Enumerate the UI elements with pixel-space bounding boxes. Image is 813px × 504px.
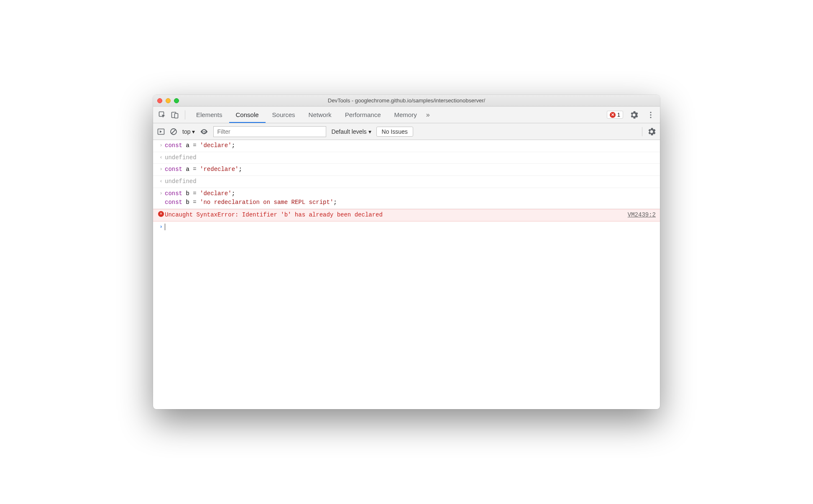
svg-point-3 (650, 112, 651, 113)
minimize-window-button[interactable] (166, 98, 171, 103)
tab-performance[interactable]: Performance (338, 107, 388, 123)
filter-input[interactable] (213, 126, 326, 137)
log-levels-selector[interactable]: Default levels ▾ (331, 128, 371, 135)
source-link[interactable]: VM2439:2 (619, 211, 656, 220)
tab-sources[interactable]: Sources (266, 107, 302, 123)
toggle-sidebar-icon[interactable] (157, 128, 165, 135)
console-settings-icon[interactable] (647, 127, 656, 136)
divider (185, 110, 185, 120)
svg-point-4 (650, 114, 651, 115)
svg-rect-2 (175, 113, 178, 118)
divider (642, 127, 642, 136)
levels-label: Default levels (331, 128, 366, 135)
console-toolbar: top ▾ Default levels ▾ No Issues (153, 123, 660, 140)
svg-line-8 (171, 130, 176, 134)
console-output[interactable]: ›const a = 'declare';‹undefined›const a … (153, 140, 660, 409)
overflow-tabs-icon[interactable]: » (426, 111, 430, 119)
titlebar: DevTools - googlechrome.github.io/sample… (153, 95, 660, 107)
tab-memory[interactable]: Memory (388, 107, 424, 123)
error-count: 1 (617, 112, 620, 118)
svg-point-5 (650, 117, 651, 118)
console-row: ‹undefined (153, 152, 660, 164)
console-prompt[interactable]: › (153, 221, 660, 233)
console-row: ‹undefined (153, 176, 660, 188)
panel-tabbar: ElementsConsoleSourcesNetworkPerformance… (153, 107, 660, 123)
settings-icon[interactable] (628, 109, 640, 121)
context-label: top (182, 128, 190, 135)
console-row: ›const a = 'declare'; (153, 140, 660, 152)
device-toolbar-icon[interactable] (169, 109, 181, 121)
traffic-lights (157, 98, 179, 103)
tab-console[interactable]: Console (229, 107, 266, 123)
console-row: ›const a = 'redeclare'; (153, 164, 660, 176)
execution-context-selector[interactable]: top ▾ (182, 128, 195, 135)
chevron-down-icon: ▾ (368, 128, 371, 135)
live-expression-icon[interactable] (200, 127, 208, 136)
error-icon: ✕ (610, 112, 616, 118)
error-count-badge[interactable]: ✕ 1 (607, 111, 623, 119)
inspect-element-icon[interactable] (156, 109, 168, 121)
chevron-down-icon: ▾ (192, 128, 195, 135)
issues-button[interactable]: No Issues (376, 127, 413, 137)
kebab-menu-icon[interactable] (645, 109, 657, 121)
close-window-button[interactable] (157, 98, 162, 103)
console-row: ›const b = 'declare'; const b = 'no rede… (153, 188, 660, 209)
console-row: ✕Uncaught SyntaxError: Identifier 'b' ha… (153, 209, 660, 221)
tab-elements[interactable]: Elements (189, 107, 229, 123)
svg-point-9 (204, 131, 205, 132)
tab-network[interactable]: Network (302, 107, 338, 123)
clear-console-icon[interactable] (170, 128, 177, 135)
error-icon: ✕ (158, 211, 164, 217)
zoom-window-button[interactable] (174, 98, 179, 103)
devtools-window: DevTools - googlechrome.github.io/sample… (153, 95, 660, 409)
window-title: DevTools - googlechrome.github.io/sample… (153, 97, 660, 104)
